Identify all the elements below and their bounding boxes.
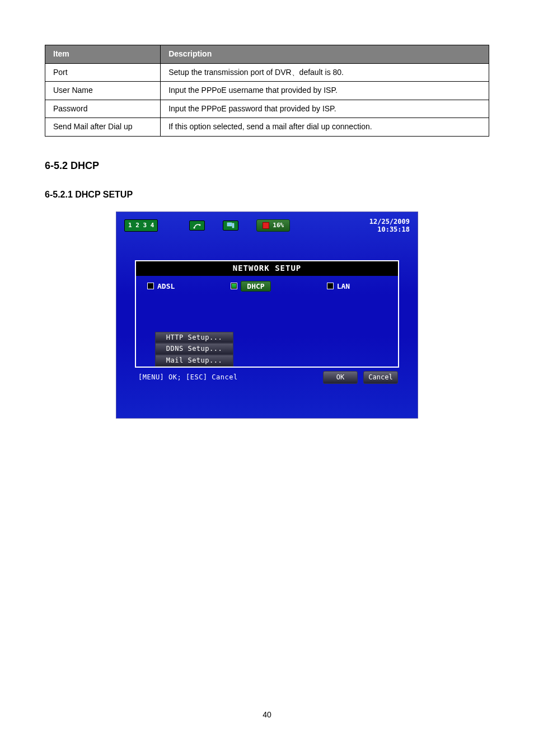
record-icon xyxy=(263,222,269,229)
panel-title: NETWORK SETUP xyxy=(135,260,399,276)
status-bar: 1 2 3 4 16% 12/25/2009 10:35:18 xyxy=(116,212,418,234)
svg-rect-3 xyxy=(232,223,234,228)
cancel-button[interactable]: Cancel xyxy=(363,371,398,384)
checkbox-icon xyxy=(147,283,154,289)
channels-badge: 1 2 3 4 xyxy=(124,219,158,231)
option-dhcp[interactable]: DHCP xyxy=(231,281,270,292)
ddns-setup-button[interactable]: DDNS Setup... xyxy=(155,343,233,355)
section-number: 6-5.2 DHCP xyxy=(45,159,489,173)
mail-setup-button[interactable]: Mail Setup... xyxy=(155,355,233,367)
ok-button[interactable]: OK xyxy=(323,371,358,384)
table-row: Port Setup the transmission port of DVR、… xyxy=(45,63,489,82)
option-adsl[interactable]: ADSL xyxy=(147,281,175,292)
table-row: User Name Input the PPPoE username that … xyxy=(45,82,489,100)
settings-table: Item Description Port Setup the transmis… xyxy=(45,45,489,137)
table-row: Password Input the PPPoE password that p… xyxy=(45,100,489,118)
th-description: Description xyxy=(161,45,489,64)
key-hint: [MENU] OK; [ESC] Cancel xyxy=(136,373,317,382)
section-subheading: 6-5.2.1 DHCP SETUP xyxy=(45,189,489,201)
checkbox-icon xyxy=(231,283,237,289)
th-item: Item xyxy=(45,45,161,64)
time-display: 10:35:18 xyxy=(369,226,410,233)
date-display: 12/25/2009 xyxy=(369,218,410,226)
checkbox-icon xyxy=(327,283,334,289)
hdd-usage-badge: 16% xyxy=(256,219,290,231)
page-number: 40 xyxy=(45,710,489,721)
network-icon xyxy=(189,220,205,231)
table-row: Send Mail after Dial up If this option s… xyxy=(45,118,489,137)
svg-rect-2 xyxy=(227,223,232,226)
monitor-icon xyxy=(223,220,238,231)
http-setup-button[interactable]: HTTP Setup... xyxy=(155,332,233,344)
svg-point-0 xyxy=(194,227,195,228)
svg-point-1 xyxy=(199,224,201,226)
dvr-screenshot: 1 2 3 4 16% 12/25/2009 10:35:18 xyxy=(116,212,418,419)
option-lan[interactable]: LAN xyxy=(327,281,350,292)
